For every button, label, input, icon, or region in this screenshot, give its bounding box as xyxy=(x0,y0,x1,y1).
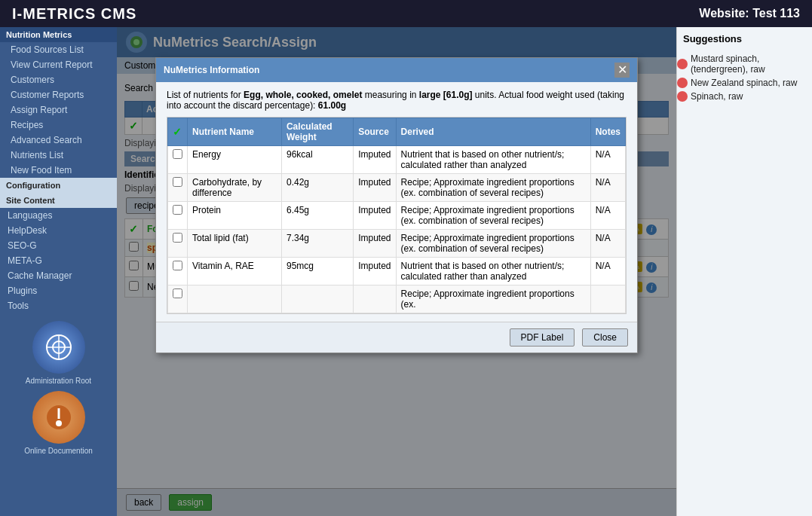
sidebar-item-food-sources[interactable]: Food Sources List xyxy=(0,42,117,57)
modal-col-source: Source xyxy=(354,118,396,146)
modal-row-notes-0: N/A xyxy=(590,146,625,174)
sidebar-item-languages[interactable]: Languages xyxy=(0,208,117,223)
modal-row-nutrient-1: Carbohydrate, by difference xyxy=(188,174,282,202)
modal-row-nutrient-2: Protein xyxy=(188,202,282,230)
modal-table-row: Carbohydrate, by difference 0.42g Impute… xyxy=(168,174,626,202)
modal-close-x-button[interactable]: ✕ xyxy=(614,63,630,78)
suggestion-item-0[interactable]: Mustard spinach, (tendergreen), raw xyxy=(677,52,812,76)
sidebar-item-cache-manager[interactable]: Cache Manager xyxy=(0,268,117,283)
modal-desc-prefix: List of nutrients for xyxy=(167,90,241,100)
modal-row-nutrient-4: Vitamin A, RAE xyxy=(188,258,282,285)
nutrient-info-modal: NuMetrics Information ✕ List of nutrient… xyxy=(155,57,638,353)
pdf-label-button[interactable]: PDF Label xyxy=(510,328,575,347)
modal-table-row: Total lipid (fat) 7.34g Imputed Recipe; … xyxy=(168,230,626,258)
modal-row-notes-1: N/A xyxy=(590,174,625,202)
modal-row-notes-4: N/A xyxy=(590,258,625,285)
sidebar: Nutrition Metrics Food Sources List View… xyxy=(0,27,117,516)
suggestions-panel: Suggestions Mustard spinach, (tendergree… xyxy=(676,27,812,516)
modal-row-checkbox-2[interactable] xyxy=(173,205,182,215)
modal-row-nutrient-0: Energy xyxy=(188,146,282,174)
svg-point-5 xyxy=(56,420,62,426)
modal-row-calc-weight-1: 0.42g xyxy=(281,174,353,202)
modal-row-nutrient-5 xyxy=(188,285,282,313)
sidebar-item-assign-report[interactable]: Assign Report xyxy=(0,102,117,118)
modal-row-nutrient-3: Total lipid (fat) xyxy=(188,230,282,258)
suggestion-label-1: New Zealand spinach, raw xyxy=(691,78,797,88)
sidebar-item-seo-g[interactable]: SEO-G xyxy=(0,238,117,253)
modal-row-derived-4: Nutrient that is based on other nutrient… xyxy=(396,258,590,285)
modal-close-button[interactable]: Close xyxy=(582,328,628,347)
sidebar-item-recipes[interactable]: Recipes xyxy=(0,118,117,133)
sidebar-item-meta-g[interactable]: META-G xyxy=(0,253,117,268)
modal-col-calc-weight: Calculated Weight xyxy=(281,118,353,146)
sidebar-item-customer-reports[interactable]: Customer Reports xyxy=(0,87,117,102)
suggestion-icon-2 xyxy=(677,91,688,102)
modal-row-checkbox-4[interactable] xyxy=(173,261,182,270)
header: I-METRICS CMS Website: Test 113 xyxy=(0,0,812,27)
online-doc-label: Online Documention xyxy=(8,447,109,455)
modal-header-check: ✓ xyxy=(173,126,182,138)
sidebar-item-new-food-item[interactable]: New Food Item xyxy=(0,163,117,178)
sidebar-item-view-current[interactable]: View Current Report xyxy=(0,57,117,72)
modal-col-notes: Notes xyxy=(590,118,625,146)
modal-row-source-3: Imputed xyxy=(354,230,396,258)
sidebar-item-customers[interactable]: Customers xyxy=(0,72,117,87)
modal-row-checkbox-cell[interactable] xyxy=(168,258,188,285)
suggestions-title: Suggestions xyxy=(677,27,812,47)
configuration-header[interactable]: Configuration xyxy=(0,178,117,193)
modal-row-source-4: Imputed xyxy=(354,258,396,285)
suggestion-item-2[interactable]: Spinach, raw xyxy=(677,90,812,103)
modal-row-calc-weight-2: 6.45g xyxy=(281,202,353,230)
suggestion-label-0: Mustard spinach, (tendergreen), raw xyxy=(691,53,812,75)
modal-overlay: NuMetrics Information ✕ List of nutrient… xyxy=(117,27,676,516)
suggestions-list: Mustard spinach, (tendergreen), rawNew Z… xyxy=(677,52,812,103)
modal-col-check: ✓ xyxy=(168,118,188,146)
sidebar-item-nutrients-list[interactable]: Nutrients List xyxy=(0,148,117,163)
sidebar-item-plugins[interactable]: Plugins xyxy=(0,283,117,298)
modal-measure: large [61.0g] xyxy=(419,90,473,100)
admin-root-label: Administration Root xyxy=(8,377,109,385)
modal-row-checkbox-5[interactable] xyxy=(173,289,182,298)
modal-row-checkbox-3[interactable] xyxy=(173,233,182,243)
modal-row-calc-weight-0: 96kcal xyxy=(281,146,353,174)
site-content-header[interactable]: Site Content xyxy=(0,193,117,208)
modal-row-checkbox-cell[interactable] xyxy=(168,230,188,258)
sidebar-item-helpdesk[interactable]: HelpDesk xyxy=(0,223,117,238)
online-doc-icon xyxy=(32,391,85,444)
nutrition-section-header[interactable]: Nutrition Metrics xyxy=(0,27,117,42)
suggestion-icon-1 xyxy=(677,78,688,88)
modal-row-checkbox-cell[interactable] xyxy=(168,146,188,174)
modal-row-notes-5 xyxy=(590,285,625,313)
app-title: I-METRICS CMS xyxy=(12,5,136,23)
modal-row-derived-0: Nutrient that is based on other nutrient… xyxy=(396,146,590,174)
modal-table-wrap: ✓ Nutrient Name Calculated Weight Source… xyxy=(167,117,627,314)
modal-row-source-2: Imputed xyxy=(354,202,396,230)
admin-logo-icon xyxy=(32,321,85,374)
layout: Nutrition Metrics Food Sources List View… xyxy=(0,27,812,516)
modal-table-row: Energy 96kcal Imputed Nutrient that is b… xyxy=(168,146,626,174)
website-title: Website: Test 113 xyxy=(699,7,800,20)
modal-row-notes-3: N/A xyxy=(590,230,625,258)
modal-row-checkbox-1[interactable] xyxy=(173,177,182,187)
modal-row-checkbox-0[interactable] xyxy=(173,149,182,159)
modal-header: NuMetrics Information ✕ xyxy=(156,58,637,82)
modal-weight: 61.00g xyxy=(318,100,346,111)
modal-row-source-0: Imputed xyxy=(354,146,396,174)
modal-table-row: Vitamin A, RAE 95mcg Imputed Nutrient th… xyxy=(168,258,626,285)
modal-nutrients-table: ✓ Nutrient Name Calculated Weight Source… xyxy=(167,118,626,313)
modal-row-calc-weight-4: 95mcg xyxy=(281,258,353,285)
suggestion-item-1[interactable]: New Zealand spinach, raw xyxy=(677,76,812,90)
modal-row-calc-weight-5 xyxy=(281,285,353,313)
modal-row-derived-1: Recipe; Approximate ingredient proportio… xyxy=(396,174,590,202)
modal-body: List of nutrients for Egg, whole, cooked… xyxy=(156,82,637,322)
admin-logo-area: Administration Root Online Documention xyxy=(0,313,117,463)
modal-row-checkbox-cell[interactable] xyxy=(168,174,188,202)
sidebar-item-advanced-search[interactable]: Advanced Search xyxy=(0,133,117,148)
modal-row-checkbox-cell[interactable] xyxy=(168,285,188,313)
modal-row-derived-5: Recipe; Approximate ingredient proportio… xyxy=(396,285,590,313)
modal-table-row: Protein 6.45g Imputed Recipe; Approximat… xyxy=(168,202,626,230)
modal-row-calc-weight-3: 7.34g xyxy=(281,230,353,258)
sidebar-item-tools[interactable]: Tools xyxy=(0,298,117,313)
modal-row-derived-3: Recipe; Approximate ingredient proportio… xyxy=(396,230,590,258)
modal-row-checkbox-cell[interactable] xyxy=(168,202,188,230)
